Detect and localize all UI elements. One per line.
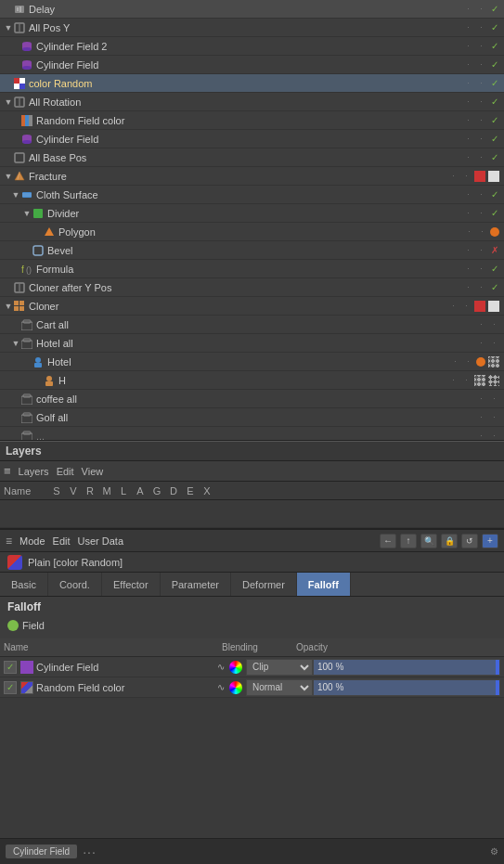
mode-menu-edit[interactable]: Edit — [53, 535, 71, 547]
cloner-icon — [13, 300, 26, 313]
layer-item-polygon[interactable]: Polygon · · — [0, 223, 504, 241]
layer-item-more[interactable]: ... · · — [0, 427, 504, 441]
col-v: V — [67, 485, 80, 496]
mode-menu-mode[interactable]: Mode — [19, 535, 45, 547]
layer-item-cloner[interactable]: ▼ Cloner · · — [0, 297, 504, 316]
layer-name: All Pos Y — [29, 22, 462, 33]
col-blending-header: Blending — [222, 642, 296, 652]
layer-item-fracture[interactable]: ▼ Fracture · · — [0, 167, 504, 186]
x-icon: ✗ — [488, 244, 500, 256]
hamburger-icon[interactable]: ≡ — [4, 464, 11, 478]
dot-icon: · — [462, 58, 474, 71]
layer-item-all-pos-y[interactable]: ▼ All Pos Y · · ✓ — [0, 19, 504, 37]
dot-icon: · — [475, 96, 487, 108]
nav-add-button[interactable]: + — [482, 534, 498, 548]
layers-panel-title: Layers — [6, 445, 42, 458]
svg-rect-45 — [34, 363, 42, 368]
opacity-bar-1[interactable]: 100 % — [313, 659, 500, 676]
dot-icon: · — [488, 393, 500, 405]
tab-effector[interactable]: Effector — [102, 573, 161, 596]
mode-menu-userdata[interactable]: User Data — [78, 535, 124, 547]
layers-menu-edit[interactable]: Edit — [57, 466, 74, 477]
svg-rect-18 — [25, 115, 29, 126]
field-row-cylinder: Cylinder Field ∿ Clip Normal Add Subtrac… — [0, 657, 504, 677]
check-icon: ✓ — [488, 263, 500, 275]
layer-item-hotel[interactable]: Hotel · · — [0, 353, 504, 371]
blend-icons-1: ∿ — [214, 661, 242, 674]
nav-refresh-button[interactable]: ↺ — [461, 534, 478, 548]
svg-marker-24 — [15, 172, 24, 180]
cylinder-icon — [20, 133, 33, 146]
tab-falloff[interactable]: Falloff — [297, 573, 351, 596]
opacity-bar-2[interactable]: 100 % — [313, 679, 500, 696]
dot-icon: · — [475, 244, 487, 256]
layers-menu-layers[interactable]: Layers — [19, 466, 49, 477]
layer-item-formula[interactable]: f() Formula · · ✓ — [0, 260, 504, 278]
expand-arrow — [11, 394, 20, 404]
svg-rect-13 — [14, 84, 19, 89]
layer-name: Cylinder Field — [36, 59, 462, 71]
layer-item-color-random[interactable]: color Random · · ✓ — [0, 74, 504, 93]
layer-right-icons: · · — [475, 393, 504, 405]
layer-item-all-rotation[interactable]: ▼ All Rotation · · ✓ — [0, 93, 504, 111]
nav-up-button[interactable]: ↑ — [400, 534, 417, 548]
tab-basic[interactable]: Basic — [0, 573, 48, 596]
check-icon: ✓ — [488, 207, 500, 219]
field-checkbox-1[interactable] — [4, 661, 17, 674]
layer-name: Cloner after Y Pos — [29, 282, 462, 293]
layer-right-icons: · · — [475, 337, 504, 349]
layer-right-icons: · · — [475, 318, 504, 330]
layer-item-divider[interactable]: ▼ Divider · · ✓ — [0, 204, 504, 223]
col-opacity-header: Opacity — [296, 642, 500, 652]
tab-deformer[interactable]: Deformer — [231, 573, 297, 596]
nav-back-button[interactable]: ← — [380, 534, 396, 548]
dot-icon: · — [488, 430, 500, 441]
bottom-tab-cylinder[interactable]: Cylinder Field — [6, 845, 77, 858]
dot-icon: · — [488, 318, 500, 330]
layer-item-coffee-all[interactable]: coffee all · · — [0, 390, 504, 408]
layer-item-cloner-after-y[interactable]: Cloner after Y Pos · · ✓ — [0, 278, 504, 297]
layer-item-cart-all[interactable]: Cart all · · — [0, 316, 504, 334]
layer-item-cylinder-field-b[interactable]: Cylinder Field · · ✓ — [0, 130, 504, 148]
layer-item-delay[interactable]: Delay · · ✓ — [0, 0, 504, 19]
allbasepos-icon — [13, 151, 26, 164]
layer-item-cloth-surface[interactable]: ▼ Cloth Surface · · ✓ — [0, 186, 504, 204]
layers-menu-view[interactable]: View — [82, 466, 104, 477]
blending-select-1[interactable]: Clip Normal Add Subtract — [246, 659, 313, 676]
tab-parameter[interactable]: Parameter — [161, 573, 231, 596]
col-letters: S V R M L A G D E X — [50, 485, 213, 496]
expand-arrow — [4, 153, 13, 162]
field-checkbox-2[interactable] — [4, 681, 17, 694]
bottom-icon[interactable]: ⚙ — [490, 846, 498, 857]
col-e: E — [184, 485, 197, 496]
col-l: L — [117, 485, 130, 496]
layer-name: Random Field color — [36, 115, 462, 126]
layer-item-hotel-all[interactable]: ▼ Hotel all · · — [0, 334, 504, 353]
blending-select-2[interactable]: Clip Normal Add Subtract — [246, 679, 313, 696]
layer-right-icons: · · — [463, 226, 504, 238]
svg-rect-31 — [33, 246, 43, 255]
layer-item-golf-all[interactable]: Golf all · · — [0, 408, 504, 427]
dot-icon: · — [488, 337, 500, 349]
nav-lock-button[interactable]: 🔒 — [441, 534, 458, 548]
check-icon: ✓ — [488, 96, 500, 108]
dot-icon: · — [462, 21, 474, 33]
nav-search-button[interactable]: 🔍 — [420, 534, 437, 548]
layer-item-bevel[interactable]: Bevel · · ✗ — [0, 241, 504, 260]
layer-right-icons: · · ✓ — [462, 263, 504, 275]
layer-item-random-field-color[interactable]: Random Field color · · ✓ — [0, 111, 504, 130]
layer-right-icons: · · ✓ — [462, 114, 504, 126]
dot-icon: · — [460, 300, 472, 312]
mode-hamburger-icon[interactable]: ≡ — [6, 535, 12, 548]
layer-item-cylinder-field[interactable]: Cylinder Field · · ✓ — [0, 56, 504, 74]
layer-item-h[interactable]: H · · — [0, 371, 504, 390]
layer-item-cylinder-field-2[interactable]: Cylinder Field 2 · · ✓ — [0, 37, 504, 56]
field-label: Field — [22, 620, 45, 631]
svg-rect-37 — [19, 301, 24, 305]
layer-item-all-base-pos[interactable]: All Base Pos · · ✓ — [0, 148, 504, 167]
tab-coord[interactable]: Coord. — [48, 573, 102, 596]
svg-rect-17 — [21, 115, 25, 126]
svg-point-22 — [22, 140, 32, 144]
check-icon: ✓ — [488, 151, 500, 163]
checker-icon — [488, 356, 499, 368]
